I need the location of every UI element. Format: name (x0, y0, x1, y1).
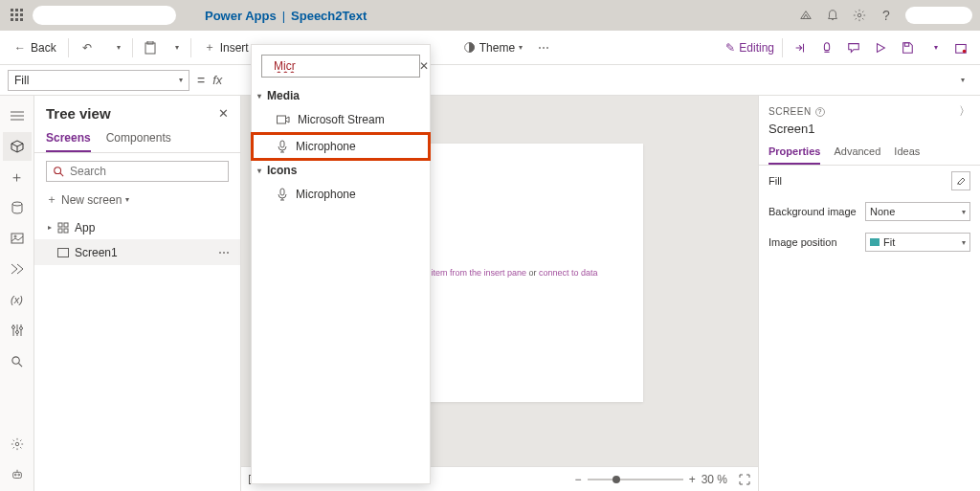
props-expand-icon[interactable]: 〉 (959, 103, 970, 120)
paste-button[interactable] (137, 34, 164, 61)
insert-dropdown-panel: ✕ ▾Media Microsoft Stream Microphone ▾Ic… (251, 44, 431, 484)
comments-icon[interactable] (840, 34, 867, 61)
svg-rect-13 (904, 42, 908, 46)
svg-rect-31 (12, 472, 21, 478)
left-rail: ＋ (x) (0, 96, 34, 491)
insert-item-microphone-media[interactable]: Microphone (252, 133, 430, 160)
svg-point-35 (55, 167, 61, 174)
add-rail-icon[interactable]: ＋ (3, 163, 32, 191)
formula-bar: Fill▾ = fx ▾ (0, 65, 980, 96)
props-type-label: SCREEN? (768, 106, 825, 117)
insert-search-input[interactable]: ✕ (261, 55, 420, 78)
settings-gear-icon[interactable] (846, 2, 873, 29)
svg-point-27 (19, 327, 22, 330)
preview-play-icon[interactable] (867, 34, 894, 61)
svg-rect-7 (15, 18, 18, 21)
svg-rect-8 (20, 18, 23, 21)
waffle-icon[interactable] (8, 6, 27, 25)
svg-point-9 (858, 13, 861, 17)
tree-node-screen1[interactable]: Screen1 ⋯ (34, 240, 240, 265)
share-icon[interactable] (787, 34, 813, 61)
prop-fill-color-button[interactable] (951, 171, 970, 190)
props-tab-ideas[interactable]: Ideas (894, 142, 920, 165)
canvas-placeholder-text: Add an item from the insert pane or conn… (401, 268, 597, 278)
svg-rect-3 (11, 13, 13, 16)
help-icon[interactable]: ? (873, 2, 900, 29)
insert-rail-icon[interactable] (3, 132, 32, 161)
search-rail-icon[interactable] (3, 346, 32, 375)
new-screen-button[interactable]: ＋New screen▾ (34, 188, 240, 215)
svg-rect-0 (11, 9, 13, 11)
props-object-name: Screen1 (759, 122, 980, 142)
undo-button[interactable]: ↶ (73, 34, 105, 61)
editing-mode-button[interactable]: ✎Editing (725, 41, 774, 55)
svg-point-26 (15, 331, 18, 334)
svg-point-25 (11, 326, 14, 329)
tree-view-rail-icon[interactable] (3, 101, 32, 130)
svg-rect-1 (15, 9, 18, 11)
overflow-button[interactable]: ⋯ (530, 34, 558, 61)
svg-rect-41 (58, 249, 69, 257)
back-button[interactable]: ←Back (6, 34, 64, 61)
property-selector[interactable]: Fill▾ (8, 70, 189, 91)
app-checker-icon[interactable] (813, 34, 840, 61)
command-bar: ←Back ↶ ▾ ▾ ＋Insert▾ Theme▾ ⋯ ✎Editing ▾ (0, 31, 980, 65)
svg-point-21 (14, 235, 16, 237)
props-tab-advanced[interactable]: Advanced (834, 142, 880, 165)
tree-search-input[interactable] (46, 161, 229, 182)
insert-search-clear-icon[interactable]: ✕ (419, 59, 429, 73)
power-automate-rail-icon[interactable] (3, 255, 32, 283)
tree-node-app[interactable]: ▸ App (34, 215, 240, 240)
prop-bgimage-select[interactable]: None▾ (865, 202, 970, 221)
zoom-slider[interactable] (588, 479, 683, 480)
environment-icon[interactable] (792, 2, 819, 29)
virtual-agent-rail-icon[interactable] (3, 460, 32, 489)
save-split-chevron[interactable]: ▾ (921, 34, 947, 61)
svg-point-33 (17, 474, 19, 476)
insert-group-icons[interactable]: ▾Icons (252, 160, 430, 181)
svg-point-32 (14, 474, 16, 476)
settings-rail-icon[interactable] (3, 430, 32, 458)
prop-imgpos-select[interactable]: Fit▾ (865, 233, 970, 252)
svg-line-36 (60, 173, 63, 176)
insert-item-microsoft-stream[interactable]: Microsoft Stream (252, 106, 430, 133)
tab-components[interactable]: Components (106, 127, 171, 152)
fx-icon: fx (212, 73, 222, 87)
paste-split-chevron[interactable]: ▾ (164, 34, 187, 61)
tree-view-close-icon[interactable]: ✕ (218, 106, 229, 121)
prop-imgpos-label: Image position (768, 236, 837, 248)
formula-bar-expand-icon[interactable]: ▾ (949, 69, 972, 92)
undo-split-chevron[interactable]: ▾ (105, 34, 128, 61)
zoom-value: 30 % (702, 473, 727, 486)
svg-rect-40 (64, 229, 68, 233)
save-icon[interactable] (894, 34, 921, 61)
prop-bgimage-label: Background image (768, 206, 857, 217)
props-tab-properties[interactable]: Properties (768, 142, 820, 165)
svg-line-29 (18, 363, 22, 367)
notifications-icon[interactable] (819, 2, 846, 29)
variables-rail-icon[interactable]: (x) (3, 285, 32, 314)
user-pill[interactable] (905, 7, 972, 24)
data-rail-icon[interactable] (3, 193, 32, 222)
insert-item-microphone-icon[interactable]: Microphone (252, 181, 430, 208)
equals-sign: = (197, 73, 205, 88)
tab-screens[interactable]: Screens (46, 127, 91, 152)
theme-button[interactable]: Theme▾ (456, 34, 530, 61)
zoom-out-button[interactable]: − (575, 473, 582, 486)
svg-point-19 (12, 202, 22, 206)
advanced-tools-rail-icon[interactable] (3, 316, 32, 345)
svg-rect-38 (64, 223, 68, 227)
tree-node-more-icon[interactable]: ⋯ (218, 246, 231, 259)
publish-icon[interactable] (947, 34, 974, 61)
fit-to-window-icon[interactable] (739, 474, 750, 485)
media-rail-icon[interactable] (3, 224, 32, 253)
environment-pill[interactable] (33, 6, 176, 25)
tree-view-panel: Tree view ✕ Screens Components ＋New scre… (34, 96, 241, 491)
svg-rect-45 (278, 116, 286, 123)
svg-rect-2 (20, 9, 23, 11)
zoom-in-button[interactable]: + (689, 473, 696, 486)
svg-rect-37 (58, 223, 62, 227)
tree-view-title: Tree view (46, 105, 111, 122)
insert-group-media[interactable]: ▾Media (252, 85, 430, 106)
prop-fill-label: Fill (768, 175, 782, 187)
